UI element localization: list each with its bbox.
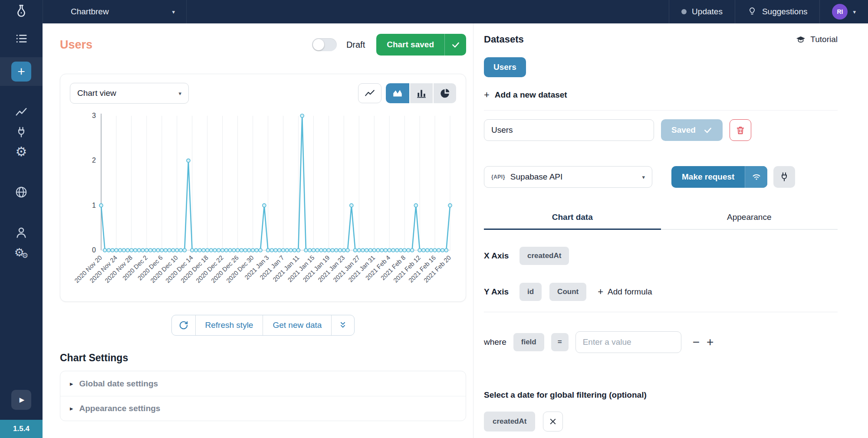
tutorial-label: Tutorial bbox=[810, 35, 838, 44]
suggestions-button[interactable]: Suggestions bbox=[735, 0, 820, 23]
date-filter-field-chip[interactable]: createdAt bbox=[484, 412, 535, 431]
chart-type-group bbox=[386, 83, 456, 103]
sidebar-item-team-settings[interactable]: ⚙ ⚙ bbox=[0, 245, 43, 261]
refresh-style-icon-button[interactable] bbox=[172, 315, 195, 335]
y-axis-operation-chip[interactable]: Count bbox=[549, 283, 586, 301]
chart-card-header: Chart view ▾ bbox=[70, 83, 456, 104]
add-condition-button[interactable]: + bbox=[707, 336, 713, 348]
line-chart-type-button[interactable] bbox=[358, 83, 381, 103]
sidebar-menu-button[interactable] bbox=[0, 31, 43, 46]
y-axis-label: Y Axis bbox=[484, 287, 512, 297]
condition-field-chip[interactable]: field bbox=[513, 333, 544, 351]
graduation-cap-icon bbox=[796, 34, 806, 45]
appearance-settings-accordion[interactable]: ▸ Appearance settings bbox=[60, 396, 466, 421]
globe-icon bbox=[15, 186, 28, 199]
play-icon: ▶ bbox=[20, 396, 25, 404]
x-axis-field-chip[interactable]: createdAt bbox=[519, 247, 569, 265]
plus-icon: + bbox=[17, 65, 25, 78]
remove-condition-button[interactable]: − bbox=[693, 336, 700, 348]
dataset-name-row: Saved bbox=[484, 119, 838, 141]
app-logo[interactable] bbox=[0, 0, 43, 23]
x-axis-label: X Axis bbox=[484, 251, 512, 261]
svg-text:1: 1 bbox=[92, 202, 96, 209]
close-icon bbox=[549, 418, 557, 425]
clear-date-filter-button[interactable] bbox=[543, 412, 563, 431]
plug-icon bbox=[15, 126, 27, 138]
data-options-button[interactable] bbox=[332, 315, 354, 335]
add-dataset-label: Add a new dataset bbox=[495, 90, 567, 100]
chevron-down-icon: ▾ bbox=[172, 9, 175, 15]
y-axis-field-chip[interactable]: id bbox=[519, 283, 542, 301]
sidebar-item-public[interactable] bbox=[0, 185, 43, 199]
refresh-style-label: Refresh style bbox=[205, 320, 253, 330]
plus-icon: + bbox=[484, 89, 490, 101]
svg-text:2: 2 bbox=[92, 157, 96, 164]
chart-type-buttons bbox=[358, 83, 456, 103]
appearance-settings-label: Appearance settings bbox=[79, 404, 161, 413]
connection-row: {API} Supabase API ▾ Make request bbox=[484, 166, 838, 188]
chart-card: Chart view ▾ bbox=[60, 74, 466, 302]
saved-label: Saved bbox=[671, 125, 696, 135]
main-content: Users Draft Chart saved Chart view ▾ bbox=[43, 23, 473, 438]
add-dataset-button[interactable]: + Add a new dataset bbox=[484, 89, 838, 101]
topbar: Chartbrew ▾ Updates Suggestions RI ▾ bbox=[0, 0, 868, 23]
add-formula-label: Add formula bbox=[608, 287, 652, 297]
sidebar-item-settings[interactable]: ⚙ bbox=[0, 144, 43, 160]
dataset-tab-users[interactable]: Users bbox=[484, 57, 526, 77]
get-new-data-button[interactable]: Get new data bbox=[263, 315, 331, 335]
chart-view-dropdown[interactable]: Chart view ▾ bbox=[70, 83, 189, 104]
condition-operator-chip[interactable]: = bbox=[551, 333, 569, 351]
global-date-settings-label: Global date settings bbox=[79, 379, 158, 389]
delete-dataset-button[interactable] bbox=[730, 119, 751, 141]
tab-chart-data[interactable]: Chart data bbox=[484, 212, 661, 229]
draft-label: Draft bbox=[346, 40, 365, 50]
saved-button[interactable]: Saved bbox=[661, 119, 723, 141]
connection-dropdown[interactable]: {API} Supabase API ▾ bbox=[484, 166, 652, 188]
chevron-down-icon: ▾ bbox=[642, 174, 645, 180]
svg-text:0: 0 bbox=[92, 246, 96, 254]
condition-value-input[interactable] bbox=[575, 331, 681, 353]
lightbulb-icon bbox=[747, 6, 757, 18]
divider bbox=[484, 110, 838, 111]
pie-chart-type-button[interactable] bbox=[433, 83, 456, 103]
users-chart: 01232020 Nov 202020 Nov 242020 Nov 28202… bbox=[70, 111, 457, 295]
divider bbox=[484, 312, 838, 312]
sidebar-item-connections[interactable] bbox=[0, 125, 43, 140]
user-menu[interactable]: RI ▾ bbox=[819, 0, 868, 23]
draft-toggle[interactable] bbox=[312, 38, 337, 51]
sidebar-item-profile[interactable] bbox=[0, 225, 43, 240]
suggestions-label: Suggestions bbox=[762, 7, 808, 16]
updates-button[interactable]: Updates bbox=[669, 0, 735, 23]
add-formula-button[interactable]: + Add formula bbox=[598, 286, 652, 297]
double-chevron-down-icon bbox=[339, 321, 347, 330]
datasets-panel: Datasets Tutorial Users + Add a new data… bbox=[473, 23, 868, 438]
connection-settings-button[interactable] bbox=[773, 166, 795, 188]
refresh-style-button[interactable]: Refresh style bbox=[196, 315, 263, 335]
plus-icon: + bbox=[598, 286, 603, 297]
dataset-name-input[interactable] bbox=[484, 119, 654, 141]
area-chart-icon bbox=[392, 88, 403, 99]
tab-appearance[interactable]: Appearance bbox=[661, 212, 838, 229]
area-chart-type-button[interactable] bbox=[386, 83, 409, 103]
global-date-settings-accordion[interactable]: ▸ Global date settings bbox=[60, 371, 466, 396]
check-icon bbox=[704, 126, 712, 134]
y-axis-row: Y Axis id Count + Add formula bbox=[484, 283, 838, 301]
make-request-button[interactable]: Make request bbox=[671, 166, 767, 188]
bar-chart-type-button[interactable] bbox=[409, 83, 433, 103]
add-chart-button[interactable]: + bbox=[11, 62, 31, 82]
chart-view-label: Chart view bbox=[77, 88, 116, 98]
line-chart-icon bbox=[15, 106, 28, 119]
tutorial-link[interactable]: Tutorial bbox=[796, 34, 838, 45]
create-chart-section: + bbox=[0, 57, 43, 86]
gear-icon: ⚙ bbox=[16, 145, 27, 158]
chart-saved-button[interactable]: Chart saved bbox=[376, 34, 466, 56]
page-title: Users bbox=[60, 38, 92, 52]
sidebar-item-charts[interactable] bbox=[0, 105, 43, 120]
api-badge: {API} bbox=[491, 174, 505, 180]
where-label: where bbox=[484, 337, 506, 347]
connection-test-icon bbox=[745, 166, 767, 188]
team-name: Chartbrew bbox=[71, 7, 109, 16]
sidebar-expand-button[interactable]: ▶ bbox=[0, 390, 43, 410]
line-chart-icon bbox=[364, 88, 375, 99]
team-dropdown[interactable]: Chartbrew ▾ bbox=[43, 0, 187, 23]
